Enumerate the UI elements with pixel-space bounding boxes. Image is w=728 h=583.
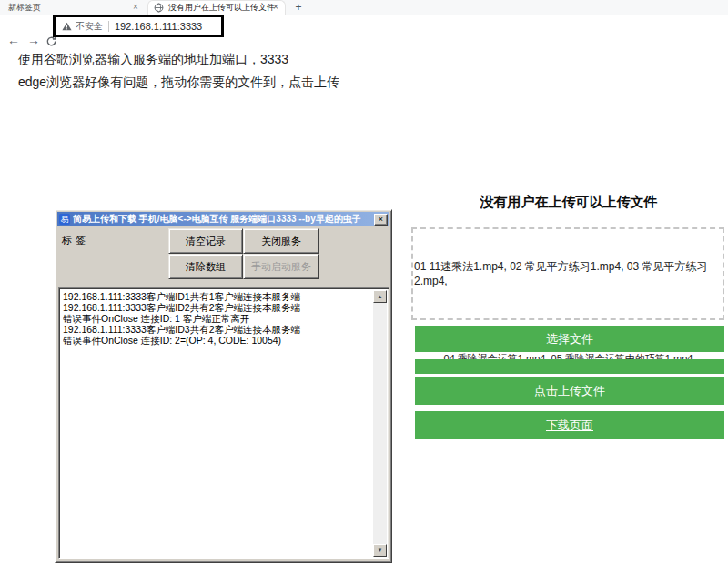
app-icon: 易 [59, 214, 70, 225]
window-close-icon[interactable]: × [374, 214, 388, 226]
intro-line-2: edge浏览器好像有问题，拖动你需要的文件到，点击上传 [18, 75, 528, 91]
select-files-button[interactable]: 选择文件 [415, 326, 724, 352]
intro-line-1: 使用谷歌浏览器输入服务端的地址加端口，3333 [18, 52, 528, 68]
new-tab-icon[interactable]: + [291, 0, 306, 15]
selected-files-clipped-text: 04 乘除混合运算1.mp4, 05 乘除混合运算中的巧算1.mp4, [415, 352, 724, 359]
server-app-window: 易 简易上传和下载 手机/电脑<->电脑互传 服务端端口3333 --by早起的… [55, 209, 392, 563]
tab-new-tab-page[interactable]: 新标签页 [0, 0, 146, 15]
close-service-button[interactable]: 关闭服务 [243, 228, 319, 254]
scrollbar-down-icon[interactable]: ▼ [373, 544, 387, 557]
file-dropzone[interactable]: 01 11速乘法1.mp4, 02 常见平方练习1.mp4, 03 常见平方练习… [411, 227, 724, 320]
log-line: 192.168.1.111:3333客户端ID2共有2客户端连接本服务端 [63, 302, 372, 313]
clear-log-button[interactable]: 清空记录 [168, 228, 243, 254]
log-line: 192.168.1.111:3333客户端ID3共有2客户端连接本服务端 [63, 324, 372, 335]
dropzone-file-list: 01 11速乘法1.mp4, 02 常见平方练习1.mp4, 03 常见平方练习… [413, 259, 723, 288]
tab-strip: 新标签页 × 没有用户在上传可以上传文件 × + [0, 0, 728, 15]
screen: 新标签页 × 没有用户在上传可以上传文件 × + ← → 不安全 192.168… [0, 0, 728, 583]
app-title: 简易上传和下载 手机/电脑<->电脑互传 服务端端口3333 --by早起的虫子 [73, 213, 374, 226]
side-label: 标签 [62, 234, 89, 247]
tab-upload-page[interactable]: 没有用户在上传可以上传文件 [147, 0, 286, 15]
clear-array-button[interactable]: 清除数组 [168, 254, 243, 279]
back-icon[interactable]: ← [7, 33, 20, 47]
manual-start-button-disabled: 手动启动服务 [243, 254, 319, 279]
scrollbar[interactable]: ▲ ▼ [373, 290, 387, 557]
progress-bar [415, 359, 724, 374]
url-separator [108, 21, 109, 32]
log-listbox[interactable]: 192.168.1.111:3333客户端ID1共有1客户端连接本服务端 192… [58, 287, 389, 559]
tab-close-icon[interactable]: × [129, 0, 142, 15]
app-title-bar[interactable]: 易 简易上传和下载 手机/电脑<->电脑互传 服务端端口3333 --by早起的… [57, 212, 389, 226]
tab-title: 新标签页 [8, 3, 41, 12]
download-page-link[interactable]: 下载页面 [415, 411, 724, 439]
upload-status-heading: 没有用户在上传可以上传文件 [414, 194, 723, 211]
forward-icon[interactable]: → [27, 33, 40, 47]
tab-close-icon[interactable]: × [269, 0, 282, 15]
security-label: 不安全 [76, 20, 103, 33]
warning-icon [62, 22, 72, 31]
url-text: 192.168.1.111:3333 [115, 21, 202, 32]
tab-title: 没有用户在上传可以上传文件 [168, 3, 275, 12]
log-line: 错误事件OnClose 连接ID: 1 客户端正常离开 [63, 313, 372, 324]
upload-files-button[interactable]: 点击上传文件 [415, 377, 724, 405]
address-bar[interactable]: 不安全 192.168.1.111:3333 [53, 15, 224, 37]
globe-icon [154, 3, 164, 13]
log-line: 错误事件OnClose 连接ID: 2=(OP: 4, CODE: 10054) [63, 335, 372, 346]
scrollbar-up-icon[interactable]: ▲ [373, 290, 387, 303]
log-line: 192.168.1.111:3333客户端ID1共有1客户端连接本服务端 [63, 291, 372, 302]
